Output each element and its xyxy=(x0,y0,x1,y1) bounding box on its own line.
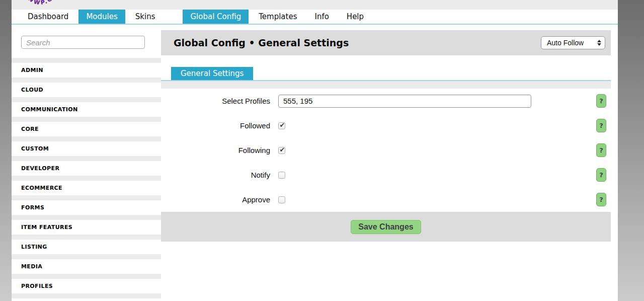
category-divider xyxy=(12,58,161,63)
category-divider xyxy=(12,215,161,220)
category-divider xyxy=(12,78,161,83)
sidebar-category-media[interactable]: MEDIA xyxy=(12,259,161,274)
category-divider xyxy=(12,254,161,259)
tab-dashboard[interactable]: Dashboard xyxy=(20,10,76,24)
form-row-followed: Followed✔? xyxy=(161,113,611,138)
field-label: Notify xyxy=(161,171,270,179)
form-row-notify: Notify✔? xyxy=(161,163,611,187)
category-divider xyxy=(12,156,161,161)
field-label: Approve xyxy=(161,195,270,204)
main-panel: Global Config • General Settings Auto Fo… xyxy=(161,25,611,242)
admin-page: WWP.C DashboardModulesSkins Global Confi… xyxy=(12,0,618,301)
sidebar-category-communication[interactable]: COMMUNICATION xyxy=(12,102,161,117)
logo-band: WWP.C xyxy=(12,0,618,10)
field-label: Followed xyxy=(161,121,270,130)
module-sidebar: ADMINCLOUDCOMMUNICATIONCORECUSTOMDEVELOP… xyxy=(12,25,161,298)
notify-help-button[interactable]: ? xyxy=(596,168,606,182)
tab-global-config[interactable]: Global Config xyxy=(183,10,249,24)
sidebar-category-forms[interactable]: FORMS xyxy=(12,200,161,215)
select-profiles-help-button[interactable]: ? xyxy=(596,94,606,108)
select-stepper-icon xyxy=(597,40,601,46)
checkmark-icon: ✔ xyxy=(280,146,285,153)
field-label: Select Profiles xyxy=(161,97,270,105)
section-divider-strip xyxy=(161,81,611,89)
sidebar-category-listing[interactable]: LISTING xyxy=(12,240,161,254)
sidebar-category-custom[interactable]: CUSTOM xyxy=(12,141,161,156)
following-help-button[interactable]: ? xyxy=(596,143,606,157)
category-divider xyxy=(12,136,161,141)
tab-general-settings[interactable]: General Settings xyxy=(171,67,253,80)
followed-checkbox[interactable]: ✔ xyxy=(278,122,285,129)
category-divider xyxy=(12,235,161,240)
sidebar-category-core[interactable]: CORE xyxy=(12,122,161,136)
settings-form: Select Profiles?Followed✔?Following✔?Not… xyxy=(161,89,611,212)
category-divider xyxy=(12,195,161,200)
category-divider xyxy=(12,117,161,122)
category-divider xyxy=(12,97,161,102)
tab-skins[interactable]: Skins xyxy=(128,10,163,24)
module-tabs-group: Global ConfigTemplatesInfoHelp xyxy=(183,10,374,24)
form-row-following: Following✔? xyxy=(161,138,611,163)
main-tab-bar: DashboardModulesSkins Global ConfigTempl… xyxy=(12,10,618,25)
sidebar-category-admin[interactable]: ADMIN xyxy=(12,63,161,78)
site-logo[interactable]: WWP.C xyxy=(23,0,58,8)
module-category-list: ADMINCLOUDCOMMUNICATIONCORECUSTOMDEVELOP… xyxy=(12,58,161,298)
section-tab-bar: General Settings xyxy=(161,67,611,81)
title-bar: Global Config • General Settings Auto Fo… xyxy=(161,30,611,55)
checkmark-icon: ✔ xyxy=(280,122,285,128)
select-profiles-input[interactable] xyxy=(278,95,531,108)
page-title: Global Config • General Settings xyxy=(174,37,541,48)
followed-help-button[interactable]: ? xyxy=(596,119,606,132)
form-row-select-profiles: Select Profiles? xyxy=(161,89,611,113)
following-checkbox[interactable]: ✔ xyxy=(278,147,285,154)
notify-checkbox[interactable]: ✔ xyxy=(278,172,285,179)
tab-help[interactable]: Help xyxy=(339,10,371,24)
sidebar-category-profiles[interactable]: PROFILES xyxy=(12,279,161,293)
sidebar-category-developer[interactable]: DEVELOPER xyxy=(12,161,161,176)
approve-help-button[interactable]: ? xyxy=(596,193,606,206)
save-band: Save Changes xyxy=(161,212,611,242)
sidebar-category-item-features[interactable]: ITEM FEATURES xyxy=(12,220,161,235)
select-value: Auto Follow xyxy=(547,39,597,47)
field-label: Following xyxy=(161,146,270,155)
site-tabs-group: DashboardModulesSkins xyxy=(20,10,165,24)
tab-modules[interactable]: Modules xyxy=(78,10,125,24)
auto-follow-select[interactable]: Auto Follow xyxy=(541,36,605,49)
logo-curved-text: WWP.C xyxy=(23,0,58,8)
tab-info[interactable]: Info xyxy=(307,10,336,24)
form-row-approve: Approve✔? xyxy=(161,187,611,212)
approve-checkbox[interactable]: ✔ xyxy=(278,196,285,203)
save-changes-button[interactable]: Save Changes xyxy=(351,220,421,234)
tab-group-divider xyxy=(165,10,183,24)
sidebar-category-cloud[interactable]: CLOUD xyxy=(12,83,161,97)
category-divider xyxy=(12,274,161,279)
svg-text:WWP.C: WWP.C xyxy=(26,0,54,6)
search-input[interactable] xyxy=(21,36,145,49)
tab-templates[interactable]: Templates xyxy=(251,10,304,24)
sidebar-category-ecommerce[interactable]: ECOMMERCE xyxy=(12,181,161,195)
category-divider xyxy=(12,176,161,181)
category-divider xyxy=(12,293,161,298)
